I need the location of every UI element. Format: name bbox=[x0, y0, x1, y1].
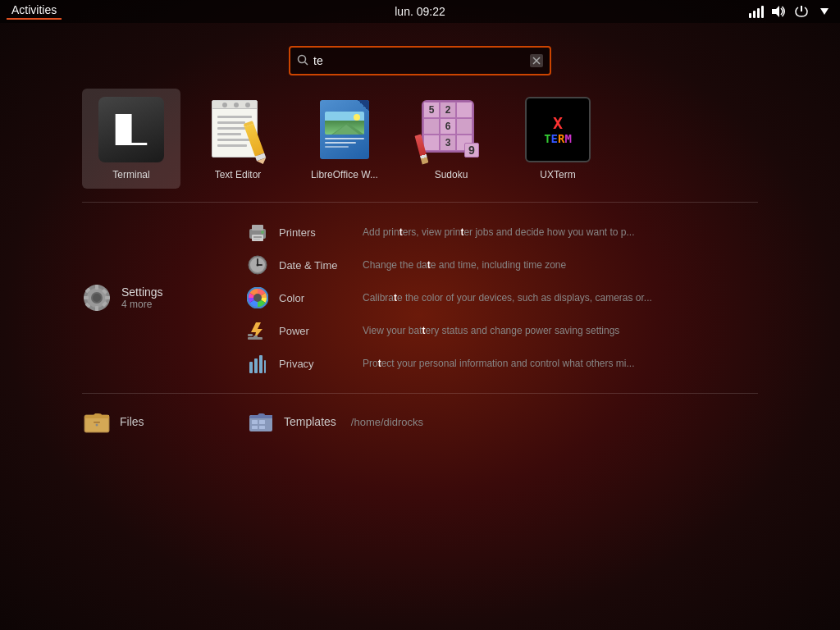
settings-item-privacy[interactable]: Privacy Protect your personal informatio… bbox=[246, 347, 758, 380]
templates-item[interactable]: Templates /home/didrocks bbox=[246, 407, 423, 436]
svg-rect-48 bbox=[252, 420, 258, 424]
clock: lun. 09:22 bbox=[395, 5, 445, 18]
svg-rect-3 bbox=[761, 6, 764, 18]
svg-rect-23 bbox=[252, 225, 263, 231]
topbar: Activities lun. 09:22 bbox=[0, 0, 840, 23]
datetime-desc: Change the date and time, including time… bbox=[363, 259, 566, 271]
svg-rect-36 bbox=[248, 334, 253, 336]
apps-section: █_ Terminal bbox=[0, 89, 840, 189]
svg-point-27 bbox=[261, 231, 264, 234]
app-libreoffice[interactable]: LibreOffice W... bbox=[295, 89, 394, 189]
svg-marker-5 bbox=[820, 8, 829, 15]
search-clear-button[interactable] bbox=[530, 54, 543, 67]
svg-rect-42 bbox=[264, 360, 266, 373]
svg-rect-0 bbox=[749, 13, 751, 18]
svg-point-6 bbox=[299, 55, 306, 62]
templates-label: Templates bbox=[284, 415, 336, 428]
search-icon bbox=[297, 54, 308, 68]
uxterm-icon: X TERM bbox=[525, 97, 591, 162]
activities-button[interactable]: Activities bbox=[7, 3, 62, 20]
app-sudoku[interactable]: 5 2 6 3 9 Sudoku bbox=[402, 89, 500, 189]
files-templates-section: Files Templates /home/didrocks bbox=[0, 407, 840, 436]
settings-gear-icon bbox=[82, 283, 112, 313]
sudoku-label: Sudoku bbox=[435, 169, 468, 180]
settings-text[interactable]: Settings 4 more bbox=[121, 285, 163, 310]
settings-item-datetime[interactable]: Date & Time Change the date and time, in… bbox=[246, 249, 758, 281]
apps-grid: █_ Terminal bbox=[82, 89, 758, 189]
templates-path: /home/didrocks bbox=[351, 416, 423, 428]
power-icon-settings bbox=[246, 319, 269, 342]
svg-rect-40 bbox=[254, 358, 258, 373]
app-texteditor[interactable]: Text Editor bbox=[189, 89, 287, 189]
power-name: Power bbox=[279, 325, 353, 337]
app-uxterm[interactable]: X TERM UXTerm bbox=[509, 89, 607, 189]
color-name: Color bbox=[279, 292, 353, 304]
svg-rect-15 bbox=[105, 296, 110, 299]
libreoffice-label: LibreOffice W... bbox=[311, 169, 378, 180]
settings-list: Printers Add printers, view printer jobs… bbox=[246, 216, 758, 380]
search-input[interactable] bbox=[313, 54, 525, 67]
svg-rect-1 bbox=[753, 11, 756, 18]
svg-rect-2 bbox=[757, 8, 760, 18]
divider-1 bbox=[82, 202, 758, 203]
datetime-name: Date & Time bbox=[279, 259, 353, 272]
datetime-icon bbox=[246, 253, 269, 276]
svg-marker-4 bbox=[772, 6, 779, 17]
svg-rect-39 bbox=[249, 362, 253, 373]
settings-item-power[interactable]: Power View your battery status and chang… bbox=[246, 314, 758, 347]
power-icon[interactable] bbox=[792, 2, 810, 21]
terminal-icon: █_ bbox=[98, 97, 164, 162]
files-item[interactable]: Files bbox=[82, 407, 230, 436]
topbar-menu-arrow[interactable] bbox=[815, 2, 833, 21]
svg-rect-13 bbox=[95, 306, 98, 311]
texteditor-icon bbox=[205, 97, 271, 162]
svg-rect-45 bbox=[94, 422, 100, 423]
svg-rect-14 bbox=[84, 296, 89, 299]
svg-rect-38 bbox=[248, 337, 262, 340]
svg-point-21 bbox=[93, 294, 101, 302]
svg-rect-50 bbox=[252, 426, 258, 429]
svg-point-32 bbox=[257, 264, 259, 267]
volume-icon[interactable] bbox=[769, 2, 788, 21]
topbar-system-icons bbox=[746, 2, 833, 21]
color-desc: Calibrate the color of your devices, suc… bbox=[363, 292, 652, 304]
network-icon[interactable] bbox=[746, 2, 765, 21]
terminal-label: Terminal bbox=[112, 169, 149, 180]
svg-rect-49 bbox=[259, 420, 265, 424]
color-icon bbox=[246, 286, 269, 309]
sudoku-icon: 5 2 6 3 9 bbox=[418, 97, 484, 162]
svg-rect-51 bbox=[259, 426, 265, 429]
privacy-name: Privacy bbox=[279, 358, 353, 370]
search-box bbox=[289, 46, 551, 75]
printers-desc: Add printers, view printer jobs and deci… bbox=[363, 226, 635, 238]
svg-rect-12 bbox=[95, 285, 98, 290]
power-desc: View your battery status and change powe… bbox=[363, 325, 619, 336]
templates-icon bbox=[246, 407, 276, 436]
printers-name: Printers bbox=[279, 226, 353, 239]
settings-group[interactable]: Settings 4 more bbox=[82, 216, 230, 380]
search-container bbox=[0, 46, 840, 75]
settings-item-color[interactable]: Color Calibrate the color of your device… bbox=[246, 281, 758, 314]
privacy-icon bbox=[246, 352, 269, 375]
svg-rect-26 bbox=[253, 239, 260, 240]
settings-item-printers[interactable]: Printers Add printers, view printer jobs… bbox=[246, 216, 758, 249]
texteditor-label: Text Editor bbox=[215, 169, 262, 180]
svg-point-34 bbox=[253, 294, 262, 302]
app-terminal[interactable]: █_ Terminal bbox=[82, 89, 180, 189]
settings-section: Settings 4 more Printers Add printers, v… bbox=[0, 216, 840, 380]
printers-icon bbox=[246, 221, 269, 244]
svg-point-46 bbox=[96, 424, 98, 427]
settings-title: Settings bbox=[121, 285, 163, 299]
privacy-desc: Protect your personal information and co… bbox=[363, 358, 635, 369]
divider-2 bbox=[82, 393, 758, 394]
files-label: Files bbox=[120, 415, 144, 428]
libreoffice-icon bbox=[312, 97, 377, 162]
svg-rect-41 bbox=[259, 355, 262, 373]
files-icon bbox=[82, 407, 112, 436]
svg-line-7 bbox=[305, 62, 308, 65]
svg-rect-25 bbox=[253, 236, 262, 238]
settings-subtitle: 4 more bbox=[121, 299, 163, 310]
uxterm-label: UXTerm bbox=[540, 169, 575, 180]
